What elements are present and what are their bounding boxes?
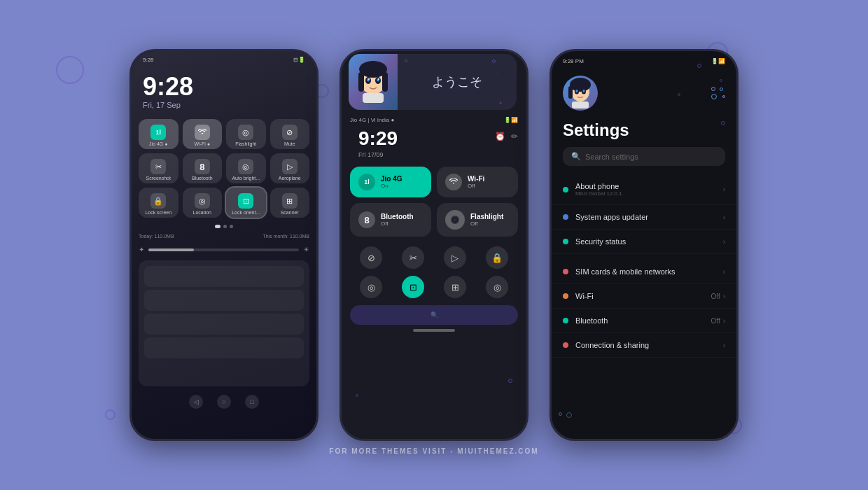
sysapps-arrow: › [723,214,725,221]
about-arrow: › [723,186,725,193]
flashlight-toggle[interactable]: Flashlight Off [437,203,518,237]
phone1-date-display: Fri, 17 Sep [132,99,316,115]
small-icon-row-2: ◎ ⊡ ⊞ ◎ [342,273,526,302]
bg-decor-circle [105,410,115,420]
small-icon-row-1: ⊘ ✂ ▷ 🔒 [342,239,526,273]
settings-item-bluetooth[interactable]: Bluetooth Off › [552,309,736,333]
bluetooth-toggle-icon: 8 [358,211,375,228]
settings-item-about[interactable]: About phone MIUI Global 12.0.1 › [552,174,736,205]
phone3-status-bar: 9:28 PM 🔋📶 [552,51,736,69]
screenshot-circle[interactable]: ✂ [402,246,424,269]
brightness-bar[interactable] [148,248,299,251]
bluetooth-label: Bluetooth [192,176,213,181]
toggle-flashlight[interactable]: ◎ Flashlight [226,119,266,149]
phone3-time: 9:28 PM [563,58,584,64]
phone2-search-bar[interactable]: 🔍 [350,305,518,325]
page-dots [132,222,316,231]
lockscreen-icon: 🔒 [150,193,166,209]
flashlight-toggle-icon [445,210,465,230]
profile-dot-3 [711,94,717,99]
edit-icon[interactable]: ✏ [511,132,518,141]
bluetooth-toggle[interactable]: 8 Bluetooth Off [350,203,431,237]
sim-left: SIM cards & mobile networks [563,267,675,276]
settings-item-wifi[interactable]: Wi-Fi Off › [552,284,736,309]
phone2-time: 9:29 [350,126,406,151]
toggle-location[interactable]: ◎ Location [183,188,223,218]
phone2-search-area[interactable]: 🔍 [350,305,518,325]
location-icon: ◎ [195,193,210,209]
settings-item-security[interactable]: Security status › [552,230,736,254]
settings-item-left: About phone MIUI Global 12.0.1 [563,182,622,197]
nav-recent[interactable]: □ [245,395,259,409]
orientation-circle[interactable]: ⊡ [402,276,424,298]
nav-back[interactable]: ◁ [189,395,203,409]
mute-circle[interactable]: ⊘ [360,246,382,269]
phone3-status-icons: 🔋📶 [711,58,725,64]
scanner-circle[interactable]: ⊞ [444,276,466,298]
settings-title: Settings [552,118,736,147]
profile-dots [711,87,725,99]
wifi-setting-arrow: › [723,293,725,300]
location-circle[interactable]: ◎ [360,276,382,298]
cast-circle[interactable]: ▷ [444,246,466,269]
alarm-icon[interactable]: ⏰ [495,132,505,141]
airplane-icon: ▷ [282,159,298,174]
phone2-status-bar: Jio 4G | Vi India ● 🔋📶 [342,113,526,125]
toggle-mute[interactable]: ⊘ Mute [270,119,310,149]
dot-2 [223,225,227,228]
wifi-setting-value: Off [711,293,720,300]
flashlight-label: Flashlight [235,141,256,146]
toggle-orientation[interactable]: ⊡ Lock orient... [226,188,266,218]
toggle-wifi[interactable]: Wi-Fi ● [183,119,223,149]
extra-circle[interactable]: ◎ [486,276,508,298]
bluetooth-toggle-info: Bluetooth Off [381,213,414,227]
svg-point-20 [583,90,585,92]
nav-home[interactable]: ○ [217,395,231,409]
home-bar [413,329,455,332]
anime-welcome-text: ようこそ [398,74,517,90]
toggle-screenshot[interactable]: ✂ Screenshot [139,153,178,183]
jio4g-toggle[interactable]: 1l Jio 4G On [350,167,431,197]
sim-arrow: › [723,268,725,276]
orientation-icon: ⊡ [238,193,253,209]
phone1-status-icons: ⊟🔋 [293,57,305,63]
wifi-toggle-info: Wi-Fi Off [468,175,484,189]
flashlight-toggle-info: Flashlight Off [470,213,503,227]
security-arrow: › [723,238,725,246]
toggle-scanner[interactable]: ⊞ Scanner [270,188,310,218]
status-icons-2: 🔋📶 [504,117,518,123]
wifi-toggle[interactable]: Wi-Fi Off [437,167,518,197]
connection-arrow: › [723,342,725,349]
lock-circle[interactable]: 🔒 [486,246,508,269]
svg-point-15 [570,78,591,92]
phone-2: ようこそ ▲ Jio 4G | Vi India ● 🔋📶 9:29 Fri 1… [340,49,528,441]
dot-3 [230,225,233,228]
search-prompt: 🔍 [430,312,438,318]
settings-item-sysapps[interactable]: System apps updater › [552,205,736,230]
location-label: Location [193,210,211,215]
svg-point-13 [454,218,457,222]
toggle-airplane[interactable]: ▷ Aeroplane [270,153,310,183]
dot-1 [215,225,220,228]
about-label-group: About phone MIUI Global 12.0.1 [575,182,622,197]
carrier-text: Jio 4G | Vi India ● [350,117,394,123]
quick-toggles-grid: 1l Jio 4G ● Wi-Fi ● ◎ Flashlight ⊘ Mute … [132,115,316,222]
settings-divider-1 [552,254,736,260]
toggle-bluetooth[interactable]: 8 Bluetooth [183,153,223,183]
settings-search[interactable]: 🔍 Search settings [563,147,725,166]
wifi-icon [195,125,210,140]
brightness-control[interactable]: ✦ ☀ [132,241,316,258]
phone-3-screen: 9:28 PM 🔋📶 [552,51,736,439]
settings-item-connection[interactable]: Connection & sharing › [552,333,736,358]
widget-triangle: ▲ [498,100,503,104]
toggle-jio4g[interactable]: 1l Jio 4G ● [139,119,178,149]
phone1-time-display: 9:28 [132,66,316,99]
svg-rect-21 [572,102,589,108]
sysapps-left: System apps updater [563,213,648,221]
toggle-auto-brightness[interactable]: ◎ Auto bright... [226,153,266,183]
sim-label: SIM cards & mobile networks [575,267,675,276]
profile-avatar [563,76,598,111]
notification-area [139,260,309,386]
settings-item-sim[interactable]: SIM cards & mobile networks › [552,260,736,284]
toggle-lockscreen[interactable]: 🔒 Lock screen [139,188,178,218]
